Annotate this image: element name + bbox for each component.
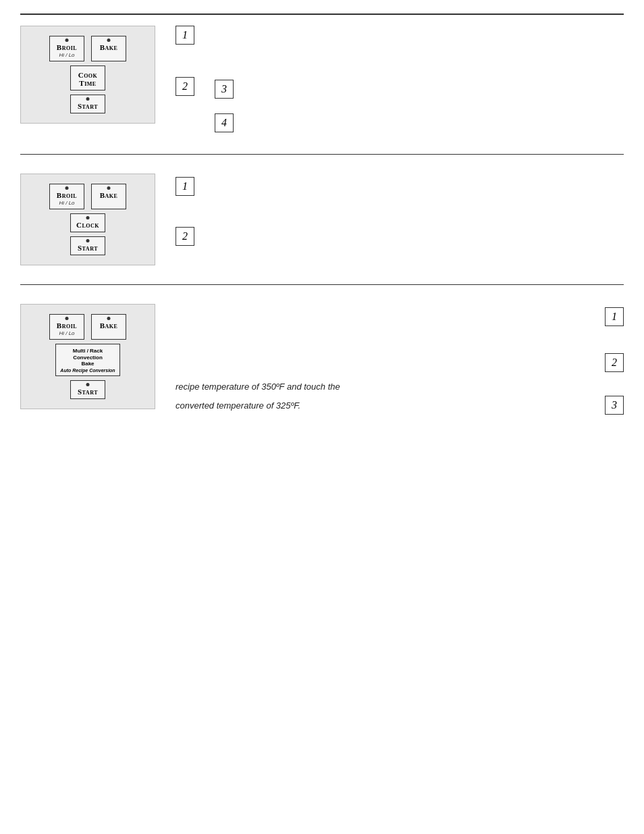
broil-button-1[interactable]: Broil Hi / Lo — [49, 36, 84, 61]
cook-time-button-1[interactable]: CookTime — [70, 66, 105, 90]
section1-steps: 1 2 3 4 — [176, 26, 624, 135]
page: Broil Hi / Lo Bake CookTime Start — [0, 0, 644, 444]
step-badge-2-1: 1 — [176, 177, 194, 196]
steps-right-1: 3 4 — [215, 80, 234, 135]
steps-left-1: 1 2 — [176, 26, 194, 135]
step-badge-1-3: 3 — [215, 80, 234, 99]
step-badge-1-1: 1 — [176, 26, 194, 45]
section2-steps: 1 2 — [176, 174, 194, 249]
bake-button-1[interactable]: Bake — [91, 36, 126, 61]
panel-diagram-3: Broil Hi / Lo Bake Multi / RackConvectio… — [20, 304, 155, 409]
divider-1 — [20, 154, 624, 155]
italic-line-2: converted temperature of 325ºF. — [176, 399, 300, 413]
panel-diagram-2: Broil Hi / Lo Bake Clock Start — [20, 174, 155, 265]
divider-2 — [20, 284, 624, 285]
section3-italic-area: recipe temperature of 350ºF and touch th… — [176, 380, 624, 417]
broil-button-2[interactable]: Broil Hi / Lo — [49, 184, 84, 209]
step-badge-1-2: 2 — [176, 77, 194, 96]
start-button-2[interactable]: Start — [70, 236, 105, 255]
italic-line-1: recipe temperature of 350ºF and touch th… — [176, 380, 624, 394]
bake-button-3[interactable]: Bake — [91, 314, 126, 340]
step-badge-1-4: 4 — [215, 113, 234, 132]
section-2: Broil Hi / Lo Bake Clock Start — [20, 167, 624, 272]
multirack-bake-button-3[interactable]: Multi / RackConvectionBake Auto Recipe C… — [55, 344, 119, 376]
section-1: Broil Hi / Lo Bake CookTime Start — [20, 19, 624, 142]
step-badge-3-1: 1 — [605, 307, 624, 326]
start-button-1[interactable]: Start — [70, 95, 105, 113]
bake-button-2[interactable]: Bake — [91, 184, 126, 209]
section3-steps-top: 1 2 — [176, 307, 624, 375]
section3-content: 1 2 recipe temperature of 350ºF and touc… — [176, 304, 624, 417]
start-button-3[interactable]: Start — [70, 380, 105, 399]
top-rule — [20, 14, 624, 15]
step-badge-3-2: 2 — [605, 353, 624, 372]
section-3: Broil Hi / Lo Bake Multi / RackConvectio… — [20, 297, 624, 424]
step-badge-2-2: 2 — [176, 227, 194, 246]
step-badge-3-3: 3 — [605, 396, 624, 415]
broil-button-3[interactable]: Broil Hi / Lo — [49, 314, 84, 340]
panel-diagram-1: Broil Hi / Lo Bake CookTime Start — [20, 26, 155, 124]
clock-button-2[interactable]: Clock — [70, 213, 105, 232]
